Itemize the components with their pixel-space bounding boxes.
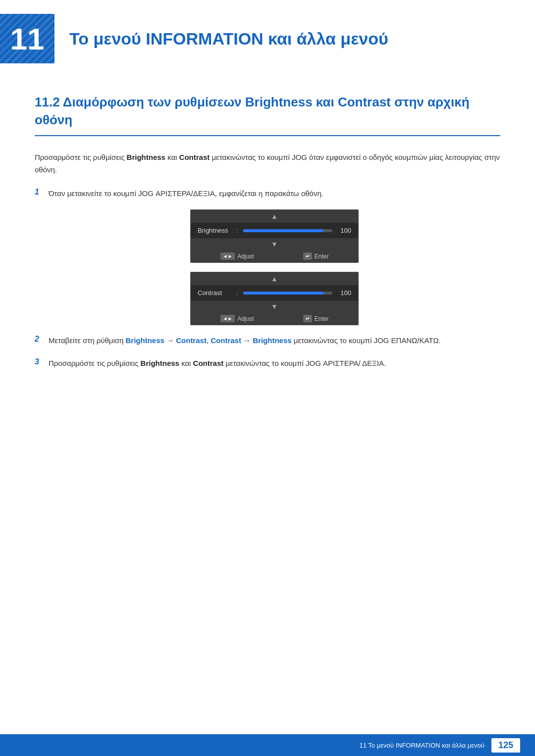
brightness-adjust-btn: ◄► Adjust [220,252,254,260]
chapter-number-box: 11 [0,14,54,63]
chapter-number: 11 [10,21,45,56]
contrast-down-arrow: ▼ [191,301,358,312]
step-2-number: 2 [35,335,49,344]
contrast-value: 100 [337,289,351,297]
contrast-adjust-label: Adjust [237,315,254,322]
brightness-adjust-icon: ◄► [220,252,235,260]
contrast-bar-fill [243,292,323,295]
brightness-bar-fill [243,229,323,232]
contrast-osd-panel: ▲ Contrast : 100 ▼ ◄► Adjust ↵ Enter [190,272,359,325]
brightness-bar-track [243,229,332,232]
contrast-adjust-icon: ◄► [220,315,235,322]
contrast-row: Contrast : 100 [191,285,358,301]
brightness-enter-label: Enter [315,253,329,260]
brightness-colon: : [236,227,238,234]
brightness-down-arrow: ▼ [191,238,358,250]
brightness-top-bar: ▲ [191,210,358,223]
contrast-adjust-btn: ◄► Adjust [220,315,254,322]
contrast-colon: : [236,289,238,297]
brightness-bold-step2b: Brightness [253,336,291,345]
contrast-enter-label: Enter [315,315,329,322]
page-header: 11 Το μενού INFORMATION και άλλα μενού [0,0,535,73]
brightness-enter-icon: ↵ [303,252,312,260]
brightness-bold-step2: Brightness [126,336,164,345]
contrast-bold-intro: Contrast [179,153,210,161]
brightness-adjust-label: Adjust [237,253,254,260]
intro-paragraph: Προσαρμόστε τις ρυθμίσεις Brightness και… [35,151,500,176]
contrast-bar-track [243,292,332,295]
page-footer: 11 Το μενού INFORMATION και άλλα μενού 1… [0,734,535,756]
section-heading: 11.2 Διαμόρφωση των ρυθμίσεων Brightness… [35,93,500,136]
contrast-top-bar: ▲ [191,272,358,285]
brightness-bottom-row: ◄► Adjust ↵ Enter [191,250,358,262]
osd-container: ▲ Brightness : 100 ▼ ◄► Adjust ↵ Enter [49,209,500,325]
brightness-row: Brightness : 100 [191,223,358,238]
step-1-number: 1 [35,188,49,197]
step-3-number: 3 [35,357,49,366]
brightness-enter-btn: ↵ Enter [303,252,329,260]
contrast-bold-step3: Contrast [193,359,224,367]
contrast-enter-btn: ↵ Enter [303,315,329,322]
brightness-up-arrow: ▲ [271,212,278,220]
step-2-text: Μεταβείτε στη ρύθμιση Brightness → Contr… [49,334,441,347]
contrast-label: Contrast [198,289,231,297]
contrast-bottom-row: ◄► Adjust ↵ Enter [191,312,358,325]
step-1-text: Όταν μετακινείτε το κουμπί JOG ΑΡΙΣΤΕΡΑ/… [49,187,323,200]
chapter-title: Το μενού INFORMATION και άλλα μενού [69,29,388,49]
brightness-bold-intro: Brightness [127,153,165,161]
brightness-bold-step3: Brightness [141,359,179,367]
brightness-osd-panel: ▲ Brightness : 100 ▼ ◄► Adjust ↵ Enter [190,209,359,263]
step-2: 2 Μεταβείτε στη ρύθμιση Brightness → Con… [35,334,500,347]
contrast-up-arrow: ▲ [271,275,278,283]
step-1: 1 Όταν μετακινείτε το κουμπί JOG ΑΡΙΣΤΕΡ… [35,187,500,200]
footer-page-number: 125 [491,738,520,753]
contrast-enter-icon: ↵ [303,315,312,322]
step-3: 3 Προσαρμόστε τις ρυθμίσεις Brightness κ… [35,357,500,370]
contrast-bold-step2: Contrast [176,336,207,345]
step-3-text: Προσαρμόστε τις ρυθμίσεις Brightness και… [49,357,386,370]
brightness-value: 100 [337,227,351,234]
brightness-label: Brightness [198,227,231,234]
contrast-bold-step2b: Contrast [211,336,241,345]
footer-text: 11 Το μενού INFORMATION και άλλα μενού [359,742,484,749]
content-area: 11.2 Διαμόρφωση των ρυθμίσεων Brightness… [0,73,535,399]
